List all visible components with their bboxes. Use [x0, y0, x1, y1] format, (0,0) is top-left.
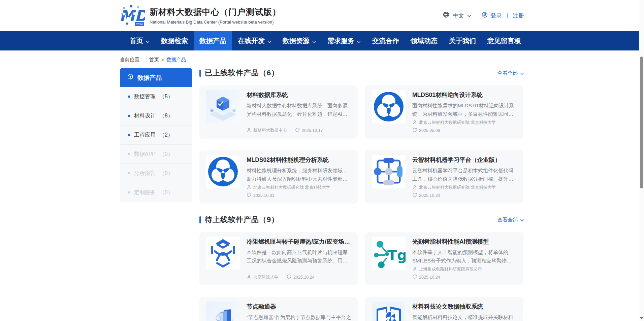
chevron-down-icon	[520, 217, 524, 223]
product-description: “节点融通器”作为架构于节点数据库与主平台之间的智能中间件及统一网关，是破解新材…	[247, 313, 351, 321]
product-description: 本软件是一款面向高压压气机叶片与机匣碰摩工况的钛合金燃烧风险预测与预警系统。用户…	[247, 248, 351, 265]
date-label: 2025.05.06	[419, 128, 440, 133]
sidebar-item-engineering-application[interactable]: 工程应用 （2）	[120, 126, 192, 145]
section-title: 待上线软件产品（9）	[205, 215, 279, 225]
date-label: 2025.10.31	[253, 193, 275, 198]
clock-icon	[295, 128, 300, 133]
section-bar	[199, 216, 201, 223]
product-title: 材料数据库系统	[247, 91, 351, 99]
person-icon	[247, 128, 251, 133]
clock-icon	[412, 192, 417, 198]
bullet-icon	[128, 96, 130, 98]
product-thumbnail-tg-molecule: Tg	[372, 237, 406, 270]
nav-item-exchange-cooperation[interactable]: 交流合作	[366, 31, 405, 50]
sidebar-item-material-design[interactable]: 材料设计 （8）	[120, 106, 192, 126]
date-label: 2025.10.24	[293, 275, 315, 280]
product-thumbnail-isometric-panels	[206, 301, 240, 321]
product-card-paper-data-extraction[interactable]: 材料科技论文数据抽取系统 智能解析材料科技论文，精准提取并关联材料成分、制备工艺…	[365, 297, 523, 321]
product-card-mlds01[interactable]: MLDS01材料逆向设计系统 面向材料性能需求的MLDS 01材料逆向设计系统，…	[365, 85, 523, 139]
scrollbar-thumb[interactable]	[640, 57, 643, 188]
product-title: 光刻树脂材料性能AI预测模型	[412, 238, 517, 246]
clock-icon	[287, 274, 291, 280]
product-card-material-database[interactable]: 材料数据库系统 新材料大数据中心材料数据库系统，面向多源异构材料数据孤岛化、碎片…	[199, 85, 358, 139]
sidebar-item-analysis-report: 分析报告 （0）	[120, 164, 192, 183]
product-card-ml-platform[interactable]: 云智材料机器学习平台（企业版） 云智材料机器学习平台是积木式组件化低代码工具，核…	[365, 150, 523, 204]
product-description: 智能解析材料科技论文，精准提取并关联材料成分、制备工艺、性能指标等关键要素，自动…	[412, 313, 517, 321]
product-card-titanium-combustion[interactable]: 冷阻燃机匣与转子碰摩热/应力/应变场/燃烧… 本软件是一款面向高压压气机叶片与机…	[199, 232, 358, 285]
nav-item-data-search[interactable]: 数据检索	[155, 31, 194, 50]
nav-item-home[interactable]: 首页	[124, 31, 155, 50]
chevron-down-icon	[520, 70, 524, 76]
section-bar	[199, 70, 201, 77]
language-label: 中文	[453, 12, 464, 20]
section-upcoming-products: 待上线软件产品（9） 查看全部	[199, 215, 524, 321]
register-label: 注册	[513, 12, 524, 20]
sidebar-item-data-management[interactable]: 数据管理 （5）	[120, 87, 192, 106]
section-title: 已上线软件产品（6）	[205, 68, 279, 78]
sidebar-item-data-products[interactable]: 数据产品	[120, 68, 192, 87]
person-icon	[412, 120, 417, 126]
register-link[interactable]: 注册	[513, 12, 524, 20]
bullet-icon	[128, 115, 130, 117]
date-label: 2025.10.24	[419, 275, 440, 280]
nav-item-about-us[interactable]: 关于我们	[443, 31, 482, 50]
product-description: 云智材料机器学习平台是积木式组件化低代码工具，核心价值为降低数据分析门槛、提升工…	[412, 166, 517, 183]
breadcrumb-current[interactable]: 数据产品	[166, 57, 186, 63]
product-card-node-connector[interactable]: 节点融通器 “节点融通器”作为架构于节点数据库与主平台之间的智能中间件及统一网关…	[199, 297, 358, 321]
login-link[interactable]: 登录	[481, 11, 502, 20]
site-title: 新材料大数据中心（门户测试版）	[150, 6, 281, 17]
product-title: 节点融通器	[247, 302, 351, 311]
person-icon	[247, 185, 251, 190]
nav-item-feedback-board[interactable]: 意见留言板	[482, 31, 527, 50]
nav-item-domain-news[interactable]: 领域动态	[405, 31, 443, 50]
user-circle-icon	[481, 11, 488, 20]
product-thumbnail-isometric-database	[206, 90, 240, 123]
product-thumbnail-node-network	[372, 155, 406, 188]
nav-item-data-resources[interactable]: 数据资源	[277, 31, 322, 50]
nav-item-data-products[interactable]: 数据产品	[194, 31, 232, 50]
person-icon	[412, 266, 417, 272]
globe-icon	[443, 11, 450, 20]
main-navigation: 首页 数据检索 数据产品 在线开发 数据资源 需求服务 交流合作 领域动态 关于…	[0, 31, 644, 50]
person-icon	[412, 185, 417, 190]
breadcrumb-separator: >	[161, 57, 164, 63]
breadcrumb: 当前位置： 首页 > 数据产品	[120, 57, 524, 63]
sidebar-item-custom-service: 定制服务 （0）	[120, 183, 192, 202]
vertical-scrollbar[interactable]	[639, 0, 644, 321]
breadcrumb-home-link[interactable]: 首页	[149, 57, 159, 63]
scrollbar-down-button[interactable]	[639, 316, 644, 321]
chevron-down-icon	[267, 37, 271, 45]
chevron-down-icon	[146, 37, 150, 45]
product-description: 本软件基于人工智能的预测模型，将单体的SMILES分子式作为输入，预测相应均聚物…	[412, 248, 517, 265]
auth-separator: |	[507, 12, 508, 19]
bullet-icon	[128, 191, 130, 193]
date-label: 2025.10.20	[419, 193, 440, 198]
product-thumbnail-mlds-logo	[372, 90, 406, 123]
clock-icon	[412, 128, 417, 133]
view-all-link[interactable]: 查看全部	[497, 217, 524, 223]
view-all-link[interactable]: 查看全部	[497, 70, 524, 76]
product-card-photoresist-ai-model[interactable]: Tg 光刻树脂材料性能AI预测模型 本软件基于人工智能的预测模型，将单体的SMI…	[365, 232, 523, 285]
product-title: 冷阻燃机匣与转子碰摩热/应力/应变场/燃烧…	[247, 238, 351, 246]
chevron-down-icon	[312, 37, 316, 45]
chevron-down-icon	[357, 37, 361, 45]
cube-icon	[127, 73, 134, 82]
category-sidebar: 数据产品 数据管理 （5） 材料设计 （8） 工程应用 （2） 数据APP （0…	[120, 68, 192, 202]
nav-item-online-development[interactable]: 在线开发	[232, 31, 277, 50]
author-label: 北京云智材料大数据研究院 北京科技大学	[419, 120, 496, 126]
login-label: 登录	[490, 12, 502, 20]
breadcrumb-label: 当前位置：	[120, 57, 144, 63]
language-switcher[interactable]: 中文	[443, 11, 471, 20]
product-thumbnail-hex-wireframe	[206, 237, 240, 270]
site-header: MD 2024 新材料大数据中心（门户测试版） National Materia…	[0, 0, 644, 31]
clock-icon	[412, 274, 417, 280]
author-label: 新材料大数据中心	[253, 128, 287, 133]
bullet-icon	[128, 172, 130, 174]
site-logo[interactable]: MD 2024 新材料大数据中心（门户测试版） National Materia…	[120, 2, 281, 29]
bullet-icon	[128, 153, 130, 155]
nav-item-demand-services[interactable]: 需求服务	[322, 31, 366, 50]
product-card-mlds02[interactable]: MLDS02材料性能机理分析系统 材料性能机理分析系统，服务材料研发领域，助力科…	[199, 150, 358, 204]
product-thumbnail-book-magnifier	[372, 301, 406, 321]
site-subtitle: National Materials Big Data Center (Port…	[150, 20, 281, 25]
product-description: 新材料大数据中心材料数据库系统，面向多源异构材料数据孤岛化、碎片化难题，锚定AI…	[247, 101, 351, 118]
